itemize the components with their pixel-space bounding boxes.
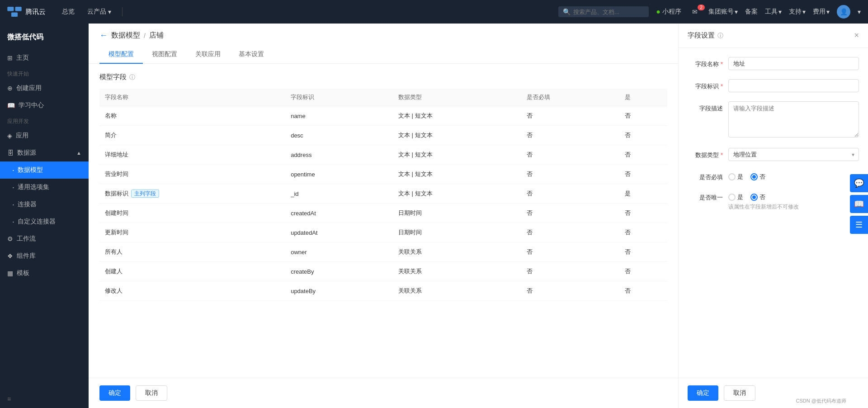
table-row[interactable]: 修改人updateBy关联关系否否 [99,281,667,301]
field-identifier-field: location [728,79,859,92]
sidebar-item-components[interactable]: ❖ 组件库 [0,247,89,265]
breadcrumb-current: 店铺 [149,31,164,40]
dot-icon: • [13,185,14,190]
table-row[interactable]: 简介desc文本 | 短文本否否 [99,126,667,145]
required-no-radio[interactable] [750,173,758,180]
sidebar-item-datamodel[interactable]: • 数据模型 [0,161,89,179]
cell-required: 否 [521,126,619,145]
unique-hint: 该属性在字段新增后不可修改 [728,203,859,211]
unique-yes-option[interactable]: 是 [728,193,743,201]
float-docs-button[interactable]: 📖 [850,195,868,213]
required-yes-radio[interactable] [728,173,736,180]
panel-confirm-button[interactable]: 确定 [688,385,718,401]
cell-name: 创建时间 [99,204,285,223]
tab-view-config[interactable]: 视图配置 [143,46,186,64]
info-icon[interactable]: ⓘ [129,73,135,81]
logo-text: 腾讯云 [25,8,46,16]
breadcrumb-separator: / [144,32,146,39]
search-bar[interactable]: 🔍 [558,6,649,17]
col-header-name: 字段名称 [99,89,285,106]
sidebar-item-custom-connector[interactable]: • 自定义连接器 [0,213,89,230]
tools-btn[interactable]: 工具 ▾ [765,8,782,16]
field-identifier-input[interactable]: location [728,79,859,92]
filing-btn[interactable]: 备案 [745,8,758,16]
table-row[interactable]: 更新时间updatedAt日期时间否否 [99,223,667,242]
float-customer-service-button[interactable]: 💬 [850,174,868,192]
field-type-select[interactable]: 地理位置 文本 | 短文本 文本 | 长文本 数字 布尔 日期时间 关联关系 文… [728,148,859,161]
table-row[interactable]: 名称name文本 | 短文本否否 [99,106,667,126]
field-name-input[interactable] [728,57,859,70]
mail-btn[interactable]: ✉ 2 [689,8,701,15]
field-identifier-label: 字段标识 [688,79,728,90]
cell-extra: 否 [619,165,667,184]
nav-overview[interactable]: 总览 [57,5,80,19]
required-yes-option[interactable]: 是 [728,173,743,181]
field-required-field: 是 否 [728,170,859,181]
cell-required: 否 [521,106,619,126]
support-btn[interactable]: 支持 ▾ [789,8,806,16]
unique-yes-radio[interactable] [728,194,736,201]
cell-type: 文本 | 短文本 [393,184,521,204]
table-row[interactable]: 创建人createBy关联关系否否 [99,262,667,281]
unique-no-option[interactable]: 否 [750,193,765,201]
mini-program-btn[interactable]: ● 小程序 [656,8,681,16]
sidebar-item-datasource[interactable]: 🗄 数据源 ▲ [0,144,89,161]
table-row[interactable]: 创建时间createdAt日期时间否否 [99,204,667,223]
tab-related-app[interactable]: 关联应用 [186,46,230,64]
table-row[interactable]: 所有人owner关联关系否否 [99,242,667,262]
sidebar: 微搭低代码 ⊞ 主页 快速开始 ⊕ 创建应用 📖 学习中心 应用开发 ◈ 应用 … [0,24,89,408]
field-unique-field: 是 否 该属性在字段新增后不可修改 [728,190,859,211]
form-row-datatype: 数据类型 地理位置 文本 | 短文本 文本 | 长文本 数字 布尔 日期时间 关… [688,148,859,161]
col-header-extra: 是 [619,89,667,106]
cost-btn[interactable]: 费用 ▾ [813,8,830,16]
table-row[interactable]: 数据标识主列字段_id文本 | 短文本否是 [99,184,667,204]
book-icon: 📖 [7,102,15,109]
sidebar-item-create-app[interactable]: ⊕ 创建应用 [0,80,89,97]
field-description-field [728,101,859,139]
sidebar-title: 微搭低代码 [0,24,89,49]
field-description-input[interactable] [728,101,859,138]
chevron-down-icon: ▾ [802,8,806,15]
back-button[interactable]: ← [99,31,108,40]
dot-icon: • [13,220,14,224]
cell-extra: 否 [619,223,667,242]
mail-icon: ✉ [692,8,698,15]
tab-basic-settings[interactable]: 基本设置 [230,46,273,64]
panel-close-button[interactable]: × [854,31,859,40]
cell-extra: 否 [619,126,667,145]
field-description-label: 字段描述 [688,101,728,113]
dot-icon: • [13,168,14,172]
sidebar-item-options[interactable]: • 通用选项集 [0,179,89,196]
sidebar-item-connector[interactable]: • 连接器 [0,196,89,213]
cell-identifier: updatedAt [285,223,393,242]
account-btn[interactable]: 集团账号 ▾ [708,8,738,16]
table-row[interactable]: 营业时间opentime文本 | 短文本否否 [99,165,667,184]
search-input[interactable] [573,9,641,15]
sidebar-item-templates[interactable]: ▦ 模板 [0,265,89,282]
avatar[interactable]: 👤 [837,5,850,19]
unique-no-radio[interactable] [750,194,758,201]
required-no-option[interactable]: 否 [750,173,765,181]
sidebar-item-app[interactable]: ◈ 应用 [0,127,89,144]
logo[interactable]: 腾讯云 [7,7,46,17]
float-menu-button[interactable]: ☰ [850,216,868,234]
panel-info-icon[interactable]: ⓘ [717,32,723,40]
table-row[interactable]: 详细地址address文本 | 短文本否否 [99,145,667,165]
sidebar-collapse-toggle[interactable]: ≡ [0,390,89,408]
cancel-button[interactable]: 取消 [136,385,167,401]
nav-products[interactable]: 云产品 ▾ [82,5,117,19]
form-row-name: 字段名称 [688,57,859,70]
sidebar-item-workflow[interactable]: ⚙ 工作流 [0,230,89,247]
panel-cancel-button[interactable]: 取消 [724,385,755,401]
unique-radio-group: 是 否 [728,190,859,201]
sidebar-item-home[interactable]: ⊞ 主页 [0,49,89,66]
sidebar-item-learn[interactable]: 📖 学习中心 [0,97,89,114]
tab-model-config[interactable]: 模型配置 [99,46,143,64]
account-expand-icon[interactable]: ▾ [858,8,861,15]
required-radio-group: 是 否 [728,170,859,181]
dot-icon: • [13,203,14,207]
chevron-up-icon: ▲ [76,150,81,156]
data-table: 字段名称 字段标识 数据类型 是否必填 是 名称name文本 | 短文本否否简介… [99,89,667,301]
cell-identifier: createBy [285,262,393,281]
confirm-button[interactable]: 确定 [99,385,130,401]
